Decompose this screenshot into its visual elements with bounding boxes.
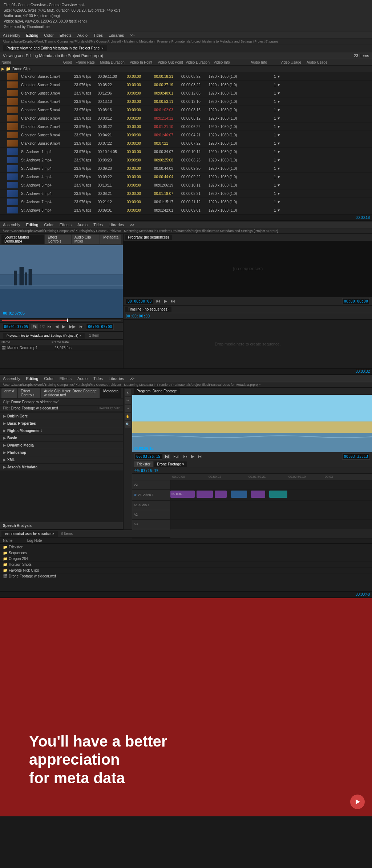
table-row[interactable]: St. Andrews 6.mp4 23.976 fps 00:08:21 00… <box>0 189 372 198</box>
col-header-name[interactable]: Name <box>1 60 60 64</box>
meta-tab-ar[interactable]: ar.mxf <box>1 388 17 398</box>
col-header-in[interactable]: Video In Point <box>130 60 157 64</box>
track-a3-content[interactable] <box>170 520 372 529</box>
menu2-assembly[interactable]: Assembly <box>3 223 20 227</box>
table-row[interactable]: St. Andrews 4.mp4 23.976 fps 00:09:22 00… <box>0 173 372 181</box>
meta-section-photoshop-header[interactable]: ▶ Photoshop <box>0 449 123 456</box>
timeline-tab[interactable]: Timeline: (no sequences) <box>125 307 171 312</box>
table-row[interactable]: Clarkston Sunset 2.mp4 23.976 fps 00:08:… <box>0 81 372 89</box>
menu3-editing[interactable]: Editing <box>26 376 39 381</box>
clip-v1-6[interactable] <box>269 491 287 498</box>
folder-drone-clips[interactable]: ▶ 📁 Drone Clips <box>0 66 372 72</box>
source-tab-effect[interactable]: Effect Controls <box>45 235 70 244</box>
clip-v1-1[interactable]: St. Clar... <box>170 491 195 498</box>
scrubber-track[interactable] <box>2 320 121 321</box>
menu2-editing[interactable]: Editing <box>26 223 39 227</box>
col-header-vid-dur[interactable]: Video Duration <box>186 60 213 64</box>
drone-btn-end[interactable]: ⏭ <box>197 453 203 459</box>
speech-analysis-section[interactable]: Speech Analysis <box>0 522 123 529</box>
meta-tab-effect[interactable]: Effect Controls <box>18 388 40 398</box>
col-header-out[interactable]: Video Out Point <box>158 60 185 64</box>
menu3-assembly[interactable]: Assembly <box>3 376 20 381</box>
table-row[interactable]: Clarkston Sunset 4.mp4 23.976 fps 00:13:… <box>0 97 372 106</box>
btn-step-back[interactable]: ◀ <box>54 324 60 329</box>
table-row[interactable]: Clarkston Sunset 9.mp4 23.976 fps 00:07:… <box>0 139 372 148</box>
tool-zoom[interactable]: 🔍 <box>125 421 131 428</box>
btn-play[interactable]: ▶ <box>61 324 66 329</box>
table-row[interactable]: Clarkston Sunset 1.mp4 23.976 fps 00:09:… <box>0 72 372 81</box>
tool-select[interactable]: ▲ <box>125 389 131 396</box>
col-header-frame-rate[interactable]: Frame Rate <box>76 60 99 64</box>
clip-v1-4[interactable] <box>231 491 247 498</box>
mini-project-tab[interactable]: Project: Intro to Metadata and Settings … <box>3 333 85 339</box>
play-button-overlay[interactable] <box>350 795 365 809</box>
menu2-audio[interactable]: Audio <box>77 223 88 227</box>
col-header-audio-usage[interactable]: Audio Usage <box>307 60 332 64</box>
project-panel-tab[interactable]: Project: Viewing and Editing Metadata in… <box>3 45 107 51</box>
menu-item-titles[interactable]: Titles <box>93 33 103 37</box>
menu3-effects[interactable]: Effects <box>60 376 72 381</box>
program-tab[interactable]: Program: (no sequences) <box>125 235 172 240</box>
source-tab-audio-clip[interactable]: Audio Clip Mixer <box>72 235 100 244</box>
menu2-titles[interactable]: Titles <box>93 223 103 227</box>
prog-btn-end[interactable]: ⏭ <box>170 298 176 304</box>
track-a2-content[interactable] <box>170 510 372 519</box>
menu3-titles[interactable]: Titles <box>93 376 103 381</box>
drop-zone[interactable]: Drop media here to create sequence. <box>124 320 372 369</box>
bp-file-drone[interactable]: 🎬 Drone Footage w sidecar.mxf <box>0 573 372 579</box>
meta-section-jason-header[interactable]: ▶ Jason's Metadata <box>0 464 123 471</box>
menu-item-assembly[interactable]: Assembly <box>3 33 20 37</box>
meta-section-rights-header[interactable]: ▶ Rights Management <box>0 427 123 434</box>
bp-folder-sequences[interactable]: 📁 Sequences <box>0 550 372 556</box>
program3-tab[interactable]: Program: Drone Footage <box>134 388 180 394</box>
track-a1-content[interactable] <box>170 501 372 510</box>
table-row[interactable]: St. Andrews 1.mp4 23.976 fps 00:10:14:05… <box>0 148 372 156</box>
bottom-project-tab[interactable]: ect: Practical Uses for Metadata × <box>1 531 58 537</box>
tool-slip[interactable]: ↔ <box>125 405 131 412</box>
menu3-color[interactable]: Color <box>44 376 53 381</box>
col-header-good[interactable]: Good <box>60 60 75 64</box>
meta-section-dublin-header[interactable]: ▶ Dublin Core <box>0 413 123 420</box>
bp-folder-trickster[interactable]: 📁 Trickster <box>0 544 372 550</box>
prog-btn-start[interactable]: ⏮ <box>155 298 161 304</box>
btn-go-end[interactable]: ⏭ <box>78 324 85 329</box>
meta-tab-metadata[interactable]: Metadata <box>100 388 121 398</box>
menu2-overflow[interactable]: >> <box>130 223 134 227</box>
source-timeline-scrubber[interactable] <box>0 318 123 322</box>
menu3-libraries[interactable]: Libraries <box>109 376 124 381</box>
btn-go-start[interactable]: ⏮ <box>46 324 53 329</box>
col-header-vid-info[interactable]: Video Info <box>214 60 250 64</box>
timeline3-tab2[interactable]: Drone Footage × <box>154 461 187 467</box>
bp-folder-nick[interactable]: 📁 Favorite Nick Clips <box>0 568 372 573</box>
table-row[interactable]: Clarkston Sunset 5.mp4 23.976 fps 00:08:… <box>0 106 372 114</box>
btn-step-fwd[interactable]: ▶▶ <box>68 324 77 329</box>
v1-eye-icon[interactable]: 👁 <box>134 493 137 497</box>
meta-section-xml-header[interactable]: ▶ XML <box>0 456 123 463</box>
table-row[interactable]: St. Andrews 5.mp4 23.976 fps 00:10:11 00… <box>0 181 372 189</box>
prog-tc-out[interactable]: 00:00;00;00 <box>342 298 370 304</box>
track-v1-content[interactable]: St. Clar... <box>170 490 372 500</box>
table-row[interactable]: St. Andrews 8.mp4 23.976 fps 00:09:01 00… <box>0 206 372 215</box>
drone-tc-in[interactable]: 00:03:26:15 <box>134 453 162 460</box>
source-tab-marker[interactable]: Source: Marker Demo.mp4 <box>1 235 44 244</box>
col-header-usage[interactable]: Video Usage <box>280 60 306 64</box>
table-row[interactable]: Clarkston Sunset 7.mp4 23.976 fps 00:06:… <box>0 123 372 131</box>
meta-section-basic-props-header[interactable]: ▶ Basic Properties <box>0 420 123 427</box>
source-duration-display[interactable]: 00:00:05:00 <box>86 324 114 330</box>
menu-item-color[interactable]: Color <box>44 33 53 37</box>
source-tc-display[interactable]: 00:01:37:05 <box>2 324 30 330</box>
clip-v1-3[interactable] <box>215 491 227 498</box>
table-row[interactable]: Clarkston Sunset 6.mp4 23.976 fps 00:08:… <box>0 114 372 123</box>
menu2-libraries[interactable]: Libraries <box>109 223 124 227</box>
menu-item-audio[interactable]: Audio <box>77 33 88 37</box>
menu-item-libraries[interactable]: Libraries <box>109 33 124 37</box>
tool-razor[interactable]: ✂ <box>125 397 131 404</box>
meta-tab-audioclip[interactable]: Audio Clip Mixer: Drone Footage w sideca… <box>41 388 100 398</box>
drone-tc-out[interactable]: 00:03:35:13 <box>342 453 370 460</box>
tool-hand[interactable]: ✋ <box>125 413 131 420</box>
track-v2-content[interactable] <box>170 480 372 489</box>
menu3-overflow[interactable]: >> <box>130 376 134 381</box>
menu3-audio[interactable]: Audio <box>77 376 88 381</box>
source-tab-metadata[interactable]: Metadata <box>100 235 121 244</box>
meta-section-dynamic-header[interactable]: ▶ Dynamic Media <box>0 442 123 449</box>
